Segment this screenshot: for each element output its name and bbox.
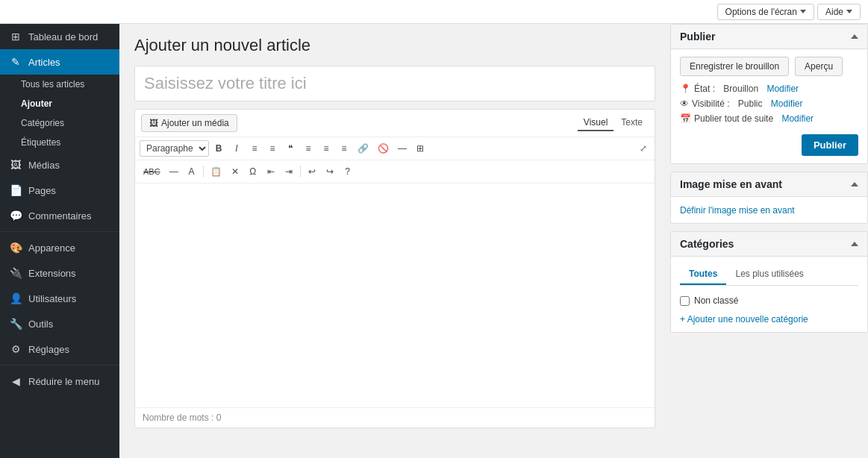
paste-text-button[interactable]: 📋 (207, 163, 225, 180)
redo-button[interactable]: ↪ (322, 163, 338, 180)
sidebar-item-pages[interactable]: 📄 Pages (0, 178, 119, 203)
sidebar-item-medias[interactable]: 🖼 Médias (0, 152, 119, 178)
sidebar-utilisateurs-label: Utilisateurs (28, 293, 76, 304)
link-button[interactable]: 🔗 (354, 140, 372, 157)
extensions-icon: 🔌 (9, 267, 22, 279)
publish-panel-toggle-icon (851, 34, 858, 39)
publish-button[interactable]: Publier (802, 134, 858, 156)
categories-panel-body: Toutes Les plus utilisées Non classé + A… (671, 257, 867, 332)
add-category-link[interactable]: + Ajouter une nouvelle catégorie (680, 314, 858, 324)
reglages-icon: ⚙ (9, 343, 22, 355)
add-media-label: Ajouter un média (161, 118, 229, 128)
image-panel-header[interactable]: Image mise en avant (671, 172, 867, 197)
image-panel: Image mise en avant Définir l'image mise… (670, 172, 868, 224)
sidebar-item-apparence[interactable]: 🎨 Apparence (0, 235, 119, 260)
sidebar-item-outils[interactable]: 🔧 Outils (0, 311, 119, 336)
unlink-button[interactable]: 🚫 (374, 140, 393, 157)
ordered-list-button[interactable]: ≡ (264, 140, 281, 157)
italic-button[interactable]: I (228, 140, 245, 157)
cat-non-classe-checkbox[interactable] (680, 296, 690, 306)
sidebar-item-extensions[interactable]: 🔌 Extensions (0, 260, 119, 286)
editor-body[interactable] (135, 183, 655, 407)
sidebar-sub-tous-articles[interactable]: Tous les articles (0, 75, 119, 94)
help-button[interactable]: Aide (817, 4, 861, 20)
set-image-link[interactable]: Définir l'image mise en avant (680, 205, 795, 216)
align-right-button[interactable]: ≡ (336, 140, 352, 157)
sidebar-sub-categories[interactable]: Catégories (0, 113, 119, 133)
articles-icon: ✎ (9, 56, 22, 68)
blockquote-button[interactable]: ❝ (282, 140, 299, 157)
sidebar-item-dashboard[interactable]: ⊞ Tableau de bord (0, 24, 119, 49)
publish-panel-header[interactable]: Publier (671, 25, 867, 49)
text-color-button[interactable]: A (184, 163, 200, 180)
bold-button[interactable]: B (210, 140, 227, 157)
strikethrough-button[interactable]: ABC (140, 163, 164, 180)
sidebar-divider-1 (0, 231, 119, 232)
insert-readmore-button[interactable]: — (394, 140, 410, 157)
save-draft-button[interactable]: Enregistrer le brouillon (680, 57, 789, 76)
etat-value: Brouillon (723, 84, 758, 94)
sidebar-item-reglages[interactable]: ⚙ Réglages (0, 336, 119, 362)
add-media-icon: 🖼 (149, 118, 158, 128)
article-title-input[interactable] (134, 66, 655, 101)
sidebar-articles-label: Articles (28, 57, 60, 68)
publier-label: Publier tout de suite (694, 113, 773, 124)
publier-modify-link[interactable]: Modifier (781, 113, 814, 124)
tab-toutes[interactable]: Toutes (680, 264, 726, 285)
sidebar-commentaires-label: Commentaires (28, 210, 92, 222)
categories-panel-header[interactable]: Catégories (671, 232, 867, 257)
right-sidebar: Publier Enregistrer le brouillon Aperçu … (670, 24, 868, 458)
categories-panel: Catégories Toutes Les plus utilisées Non… (670, 231, 868, 333)
etat-modify-link[interactable]: Modifier (766, 84, 799, 94)
publish-panel: Publier Enregistrer le brouillon Aperçu … (670, 24, 868, 164)
add-media-button[interactable]: 🖼 Ajouter un média (141, 114, 237, 132)
tab-texte[interactable]: Texte (615, 115, 649, 131)
main-layout: ⊞ Tableau de bord ✎ Articles Tous les ar… (0, 24, 868, 458)
dashboard-icon: ⊞ (9, 31, 22, 43)
expand-editor-button[interactable]: ⤢ (637, 142, 650, 155)
align-left-button[interactable]: ≡ (300, 140, 316, 157)
visibilite-modify-link[interactable]: Modifier (771, 98, 803, 109)
utilisateurs-icon: 👤 (9, 292, 22, 304)
pin-icon: 📍 (680, 84, 691, 94)
eye-icon: 👁 (680, 98, 689, 109)
clear-format-button[interactable]: ✕ (227, 163, 243, 180)
outdent-button[interactable]: ⇤ (263, 163, 279, 180)
publish-actions: Enregistrer le brouillon Aperçu (680, 57, 858, 76)
sidebar-item-commentaires[interactable]: 💬 Commentaires (0, 203, 119, 228)
sidebar-sub-etiquettes[interactable]: Étiquettes (0, 133, 119, 152)
sidebar-item-utilisateurs[interactable]: 👤 Utilisateurs (0, 286, 119, 311)
sidebar-item-articles[interactable]: ✎ Articles (0, 49, 119, 75)
help-button[interactable]: ? (340, 163, 356, 180)
sidebar-reglages-label: Réglages (28, 344, 69, 355)
categories-tab-bar: Toutes Les plus utilisées (680, 264, 858, 286)
indent-button[interactable]: ⇥ (281, 163, 297, 180)
sidebar-pages-label: Pages (28, 185, 56, 196)
toolbar-separator-2 (300, 166, 301, 178)
publish-panel-title: Publier (680, 31, 715, 43)
sidebar-sub-ajouter[interactable]: Ajouter (0, 94, 119, 113)
toolbar-row-2: ABC — A 📋 ✕ Ω ⇤ ⇥ ↩ ↪ ? (135, 160, 655, 183)
commentaires-icon: 💬 (9, 210, 22, 222)
sidebar-item-reduire[interactable]: ◀ Réduire le menu (0, 368, 119, 394)
editor-container: 🖼 Ajouter un média Visuel Texte Paragrap… (134, 109, 655, 428)
sidebar-apparence-label: Apparence (28, 242, 75, 254)
image-panel-body: Définir l'image mise en avant (671, 197, 867, 223)
apparence-icon: 🎨 (9, 242, 22, 254)
special-chars-button[interactable]: Ω (245, 163, 261, 180)
tab-visuel[interactable]: Visuel (578, 115, 613, 131)
preview-button[interactable]: Aperçu (795, 57, 843, 76)
unordered-list-button[interactable]: ≡ (246, 140, 263, 157)
word-count-label: Nombre de mots : 0 (143, 412, 221, 423)
chevron-down-icon (846, 10, 852, 13)
align-center-button[interactable]: ≡ (318, 140, 334, 157)
tab-plus-utilisees[interactable]: Les plus utilisées (726, 264, 812, 285)
format-select[interactable]: Paragraphe (140, 140, 209, 157)
undo-button[interactable]: ↩ (304, 163, 320, 180)
page-title: Ajouter un nouvel article (134, 36, 655, 55)
options-button[interactable]: Options de l'écran (717, 4, 814, 20)
sidebar-outils-label: Outils (28, 319, 53, 330)
toggle-toolbar-button[interactable]: ⊞ (412, 140, 428, 157)
visibilite-label: Visibilité : (692, 98, 729, 109)
hr-button[interactable]: — (166, 163, 182, 180)
